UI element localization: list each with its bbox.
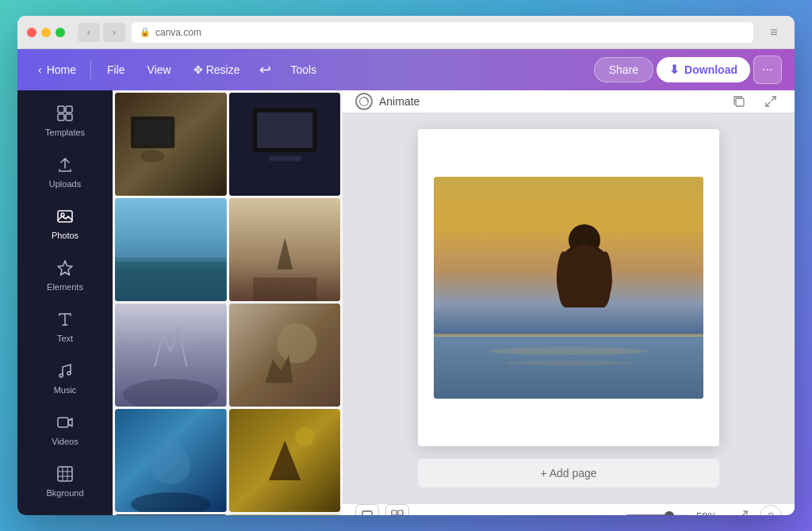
canvas-toolbar: Animate [343, 90, 795, 113]
svg-rect-37 [229, 514, 341, 515]
share-button[interactable]: Share [594, 57, 653, 82]
uploads-icon [56, 156, 74, 176]
bottom-bar: 58% ? [343, 503, 795, 515]
svg-point-44 [489, 347, 648, 355]
svg-rect-19 [269, 156, 301, 161]
download-button[interactable]: ⬇ Download [657, 57, 750, 82]
photo-item[interactable] [115, 93, 227, 196]
animate-label: Animate [379, 95, 419, 108]
templates-label: Templates [45, 128, 85, 137]
photos-icon [56, 208, 74, 227]
main-content: Templates Uploads [17, 90, 795, 515]
more-options-button[interactable]: ··· [753, 55, 782, 84]
svg-rect-3 [66, 114, 72, 120]
toolbar: ‹ Home File View ✥ Resize ↩ Tools Share … [17, 49, 795, 90]
svg-rect-7 [58, 467, 72, 481]
photos-label: Photos [52, 231, 79, 240]
sidebar-item-elements[interactable]: Elements [25, 251, 105, 300]
minimize-button[interactable] [41, 28, 51, 37]
lock-icon: 🔒 [140, 27, 151, 37]
svg-point-45 [505, 361, 632, 365]
nav-buttons: ‹ › [78, 23, 125, 42]
svg-rect-42 [434, 335, 703, 399]
sidebar-item-videos[interactable]: Videos [25, 406, 105, 454]
photo-item[interactable] [229, 409, 341, 512]
svg-rect-40 [736, 98, 744, 106]
photo-item[interactable] [229, 304, 341, 407]
design-page[interactable] [418, 129, 719, 446]
music-label: Music [54, 385, 77, 395]
svg-rect-0 [58, 106, 64, 113]
sidebar-item-templates[interactable]: Templates [25, 97, 105, 145]
svg-rect-21 [115, 262, 227, 301]
zoom-percent: 58% [696, 510, 725, 516]
videos-icon [56, 414, 74, 434]
photo-item[interactable] [115, 409, 227, 512]
photo-item[interactable] [115, 198, 227, 301]
forward-button[interactable]: › [103, 23, 125, 42]
duplicate-icon[interactable] [728, 90, 750, 113]
chevron-left-icon: ‹ [38, 63, 42, 76]
text-icon [56, 311, 74, 330]
svg-point-27 [277, 323, 316, 363]
photo-grid [113, 90, 343, 515]
svg-rect-14 [135, 120, 170, 144]
design-image [434, 177, 703, 399]
close-button[interactable] [27, 28, 36, 37]
photo-item[interactable] [229, 514, 341, 515]
canvas-body: + Add page [343, 113, 795, 503]
templates-icon [56, 105, 74, 124]
zoom-control[interactable] [626, 514, 690, 515]
sidebar-item-background[interactable]: Bkground [25, 457, 105, 506]
zoom-slider[interactable] [626, 514, 690, 515]
url-text: canva.com [155, 27, 201, 38]
sidebar-item-music[interactable]: Music [25, 354, 105, 403]
page-view-button[interactable] [355, 504, 379, 515]
back-button[interactable]: ‹ [78, 23, 100, 42]
address-bar[interactable]: 🔒 canva.com [132, 22, 753, 43]
tools-menu[interactable]: Tools [281, 59, 326, 81]
home-label: Home [47, 63, 76, 76]
help-button[interactable]: ? [760, 505, 782, 515]
browser-menu-icon[interactable]: ≡ [763, 23, 785, 42]
background-label: Bkground [46, 488, 83, 498]
traffic-lights [27, 28, 65, 37]
uploads-label: Uploads [49, 179, 81, 189]
svg-rect-49 [398, 510, 403, 515]
sidebar-item-uploads[interactable]: Uploads [25, 148, 105, 197]
photo-item[interactable] [115, 304, 227, 407]
videos-label: Videos [52, 437, 78, 446]
expand-icon[interactable] [760, 90, 782, 113]
photo-item[interactable] [229, 198, 341, 301]
animate-icon [355, 93, 373, 110]
photo-item[interactable] [115, 514, 227, 515]
file-menu[interactable]: File [98, 59, 135, 81]
fullscreen-button[interactable] [731, 505, 753, 515]
download-label: Download [684, 63, 737, 76]
background-icon [56, 465, 74, 485]
svg-point-15 [140, 150, 164, 162]
home-button[interactable]: ‹ Home [30, 59, 84, 81]
zoom-thumb[interactable] [665, 511, 674, 515]
svg-rect-47 [362, 511, 372, 515]
sidebar: Templates Uploads [17, 90, 113, 515]
grid-view-button[interactable] [385, 504, 409, 515]
text-label: Text [57, 334, 73, 343]
sidebar-item-photos[interactable]: Photos [25, 200, 105, 248]
svg-point-31 [295, 427, 314, 446]
photo-panel: ‹ [113, 90, 343, 515]
add-page-button[interactable]: + Add page [418, 459, 719, 487]
undo-button[interactable]: ↩ [252, 57, 278, 82]
animate-control[interactable]: Animate [355, 93, 419, 110]
sidebar-item-text[interactable]: Text [25, 303, 105, 351]
svg-rect-18 [257, 113, 312, 148]
maximize-button[interactable] [56, 28, 65, 37]
svg-rect-22 [115, 258, 227, 267]
browser-window: ‹ › 🔒 canva.com ≡ ‹ Home File View ✥ Res… [17, 16, 795, 515]
svg-rect-6 [58, 418, 68, 427]
photo-item[interactable] [229, 93, 341, 196]
svg-rect-48 [392, 510, 396, 515]
view-menu[interactable]: View [138, 59, 181, 81]
resize-menu[interactable]: ✥ Resize [184, 59, 250, 81]
download-icon: ⬇ [669, 63, 680, 77]
